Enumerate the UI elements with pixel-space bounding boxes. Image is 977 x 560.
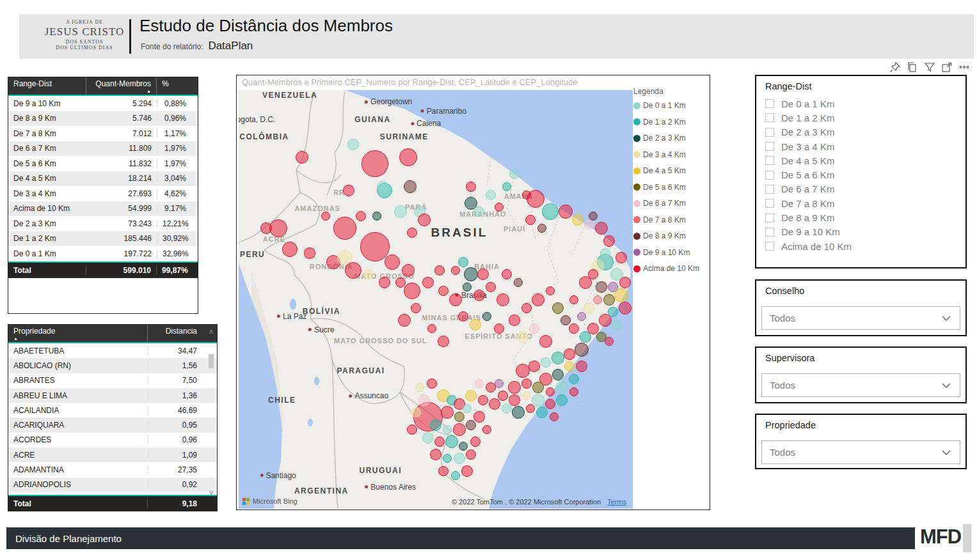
map-bubble[interactable] [402, 264, 415, 277]
map-bubble[interactable] [514, 278, 523, 287]
map-bubble[interactable] [584, 219, 594, 229]
map-bubble[interactable] [404, 283, 420, 299]
map-bubble[interactable] [361, 150, 388, 177]
scroll-down-icon[interactable]: ∨ [209, 490, 214, 495]
column-header[interactable]: Distancia [148, 325, 202, 342]
table-row[interactable]: ABOLICAO (RN)1,56 [8, 358, 217, 373]
map-bubble[interactable] [619, 302, 631, 315]
map-bubble[interactable] [489, 398, 500, 410]
scrollbar-thumb[interactable] [209, 354, 214, 368]
map-bubble[interactable] [395, 277, 406, 288]
map-bubble[interactable] [453, 423, 466, 436]
map-bubble[interactable] [537, 224, 546, 233]
map-bubble[interactable] [434, 437, 445, 447]
map-bubble[interactable] [411, 303, 421, 313]
checkbox-unchecked[interactable] [765, 156, 774, 165]
map-bubble[interactable] [600, 248, 610, 258]
map-bubble[interactable] [545, 399, 555, 409]
map-bubble[interactable] [427, 378, 437, 389]
map-bubble[interactable] [494, 323, 504, 334]
map-bubble[interactable] [434, 265, 445, 276]
legend-item[interactable]: De 0 a 1 Km [633, 101, 708, 110]
map-bubble[interactable] [475, 379, 484, 388]
column-header-sorted[interactable]: Propriedade▲ [8, 325, 148, 342]
map-bubble[interactable] [532, 293, 544, 306]
table-row[interactable]: ABRANTES7,50 [8, 373, 217, 388]
map-bubble[interactable] [418, 394, 430, 406]
map-bubble[interactable] [599, 314, 612, 327]
map-bubble[interactable] [619, 277, 631, 288]
table-row[interactable]: ACORDES0,96 [8, 433, 217, 447]
conselho-dropdown[interactable]: Todos [761, 306, 960, 330]
map-bubble[interactable] [532, 382, 544, 393]
legend-item[interactable]: De 9 a 10 Km [633, 248, 708, 257]
map-bubble[interactable] [445, 435, 458, 448]
map-bubble[interactable] [572, 214, 584, 226]
slicer-item[interactable]: De 6 a 7 Km [765, 182, 960, 196]
map-bubble[interactable] [379, 277, 390, 288]
filter-icon[interactable] [924, 61, 935, 73]
table-row[interactable]: De 9 a 10 Km5.2940,88% [8, 96, 198, 111]
map-bubble[interactable] [394, 205, 407, 218]
propriedade-dropdown[interactable]: Todos [761, 440, 960, 464]
checkbox-unchecked[interactable] [765, 242, 774, 251]
table-row[interactable]: ABAETETUBA34,47 [8, 343, 217, 358]
map-bubble[interactable] [473, 290, 485, 301]
column-header-sorted[interactable]: Quant-Membros▲ [86, 77, 157, 95]
map-bubble[interactable] [521, 378, 532, 389]
map-bubble[interactable] [502, 403, 512, 414]
map-bubble[interactable] [438, 286, 449, 296]
map-bubble[interactable] [463, 283, 472, 292]
map-bubble[interactable] [550, 412, 559, 421]
map-bubble[interactable] [470, 319, 481, 331]
table-row[interactable]: ABREU E LIMA1,36 [8, 388, 217, 403]
table-row[interactable]: De 8 a 9 Km5.7460,96% [8, 111, 198, 127]
map-bubble[interactable] [546, 387, 555, 396]
map-bubble[interactable] [438, 466, 449, 476]
map-bubble[interactable] [454, 412, 465, 422]
legend-item[interactable]: De 3 a 4 Km [633, 150, 708, 159]
table-row[interactable]: De 6 a 7 Km11.8091,97% [8, 141, 198, 157]
map-bubble[interactable] [509, 394, 520, 406]
map-bubble[interactable] [459, 442, 468, 451]
map-bubble[interactable] [282, 242, 298, 257]
map-bubble[interactable] [546, 286, 555, 295]
map-bubble[interactable] [345, 262, 361, 279]
map-bubble[interactable] [502, 269, 512, 279]
map-bubble[interactable] [528, 361, 540, 372]
map-bubble[interactable] [404, 180, 417, 193]
checkbox-unchecked[interactable] [765, 128, 774, 137]
map-bubble[interactable] [486, 382, 496, 393]
map-bubble[interactable] [517, 331, 528, 343]
legend-item[interactable]: De 8 a 9 Km [633, 231, 708, 240]
map-bubble[interactable] [536, 407, 548, 418]
map-bubble[interactable] [356, 211, 366, 221]
map-bubble[interactable] [463, 404, 472, 413]
checkbox-unchecked[interactable] [765, 199, 774, 208]
map-bubble[interactable] [486, 282, 496, 292]
map-bubble[interactable] [443, 454, 452, 463]
slicer-item[interactable]: De 5 a 6 Km [765, 167, 960, 182]
map-bubble[interactable] [470, 437, 481, 447]
legend-item[interactable]: De 2 a 3 Km [633, 134, 708, 143]
table-row[interactable]: De 4 a 5 Km18.2143,04% [8, 171, 198, 187]
map-bubble[interactable] [466, 449, 476, 460]
checkbox-unchecked[interactable] [765, 214, 774, 222]
map-bubble[interactable] [521, 303, 532, 313]
map-bubble[interactable] [564, 361, 575, 371]
map-bubble[interactable] [569, 323, 579, 334]
map-bubble[interactable] [496, 293, 509, 306]
map-bubble[interactable] [509, 169, 520, 179]
map-bubble[interactable] [461, 465, 473, 477]
legend-item[interactable]: De 6 a 7 Km [633, 199, 708, 208]
map-bubble[interactable] [458, 311, 468, 322]
map-bubble[interactable] [454, 453, 465, 464]
map-bubble[interactable] [596, 281, 607, 293]
map-bubble[interactable] [296, 151, 308, 164]
table-row[interactable]: De 7 a 8 Km7.0121,17% [8, 126, 198, 141]
table-row[interactable]: ADAMANTINA27,35 [8, 462, 217, 477]
map-bubble[interactable] [451, 266, 460, 275]
map-bubble[interactable] [525, 215, 536, 225]
table-row[interactable]: ADRIANOPOLIS0,92 [8, 478, 217, 492]
map-bubble[interactable] [458, 257, 468, 267]
